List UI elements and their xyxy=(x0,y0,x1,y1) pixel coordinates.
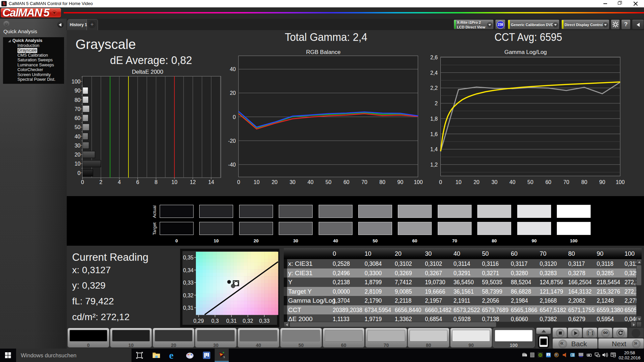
svg-text:80: 80 xyxy=(74,97,80,103)
svg-text:0: 0 xyxy=(439,179,442,185)
svg-text:100: 100 xyxy=(71,79,80,84)
svg-text:0: 0 xyxy=(237,179,240,185)
svg-text:0,3: 0,3 xyxy=(211,318,219,324)
svg-text:100: 100 xyxy=(414,179,423,185)
svg-text:90: 90 xyxy=(397,179,404,185)
svg-text:70: 70 xyxy=(563,179,569,185)
svg-text:80: 80 xyxy=(581,179,587,185)
svg-text:2,2: 2,2 xyxy=(430,85,438,91)
svg-text:20: 20 xyxy=(74,152,80,158)
svg-text:70: 70 xyxy=(361,179,367,185)
svg-text:20: 20 xyxy=(272,179,278,185)
svg-text:30: 30 xyxy=(74,143,80,148)
svg-text:0,32: 0,32 xyxy=(243,318,253,324)
svg-text:2,4: 2,4 xyxy=(430,70,438,76)
svg-text:2,6: 2,6 xyxy=(430,55,438,60)
svg-text:0,31: 0,31 xyxy=(183,305,194,311)
svg-text:50: 50 xyxy=(527,179,533,185)
svg-text:2: 2 xyxy=(99,179,102,185)
svg-text:4: 4 xyxy=(118,179,121,185)
svg-text:40: 40 xyxy=(308,179,314,185)
svg-text:0,32: 0,32 xyxy=(183,293,194,298)
svg-text:1,2: 1,2 xyxy=(430,162,438,168)
svg-text:0,33: 0,33 xyxy=(259,318,269,324)
svg-text:0: 0 xyxy=(77,170,80,176)
svg-text:30: 30 xyxy=(289,179,296,185)
svg-text:0,33: 0,33 xyxy=(183,280,194,286)
svg-text:10: 10 xyxy=(74,161,80,167)
svg-text:20: 20 xyxy=(230,90,236,96)
svg-text:20: 20 xyxy=(474,179,480,185)
svg-text:90: 90 xyxy=(74,88,80,94)
svg-text:1,8: 1,8 xyxy=(430,116,438,122)
svg-text:-20: -20 xyxy=(228,138,236,144)
svg-text:12: 12 xyxy=(190,179,196,185)
svg-text:0,34: 0,34 xyxy=(183,267,194,273)
svg-text:2: 2 xyxy=(435,101,438,106)
svg-text:10: 10 xyxy=(171,179,177,185)
svg-text:50: 50 xyxy=(325,179,331,185)
svg-text:6: 6 xyxy=(136,179,139,185)
svg-text:60: 60 xyxy=(74,115,80,121)
svg-text:10: 10 xyxy=(254,179,260,185)
svg-text:50: 50 xyxy=(74,124,80,130)
svg-text:90: 90 xyxy=(599,179,605,185)
svg-text:0,29: 0,29 xyxy=(193,318,204,324)
svg-text:8: 8 xyxy=(155,179,158,185)
svg-text:40: 40 xyxy=(509,179,516,185)
svg-text:-40: -40 xyxy=(228,162,236,168)
svg-text:0: 0 xyxy=(233,114,236,120)
svg-text:10: 10 xyxy=(455,179,462,185)
svg-text:0,31: 0,31 xyxy=(226,318,236,324)
svg-text:80: 80 xyxy=(379,179,385,185)
svg-text:40: 40 xyxy=(74,134,80,139)
svg-text:60: 60 xyxy=(343,179,350,185)
svg-text:1,6: 1,6 xyxy=(430,131,438,137)
svg-text:5: 5 xyxy=(223,356,225,359)
svg-text:40: 40 xyxy=(230,66,236,72)
svg-text:14: 14 xyxy=(208,179,214,185)
svg-text:100: 100 xyxy=(616,179,625,185)
svg-text:X: X xyxy=(548,354,549,356)
svg-text:70: 70 xyxy=(74,106,80,112)
svg-text:1,4: 1,4 xyxy=(430,146,438,152)
svg-text:0: 0 xyxy=(81,179,84,185)
svg-text:30: 30 xyxy=(491,179,497,185)
svg-text:0,35: 0,35 xyxy=(183,255,194,260)
svg-text:60: 60 xyxy=(545,179,551,185)
